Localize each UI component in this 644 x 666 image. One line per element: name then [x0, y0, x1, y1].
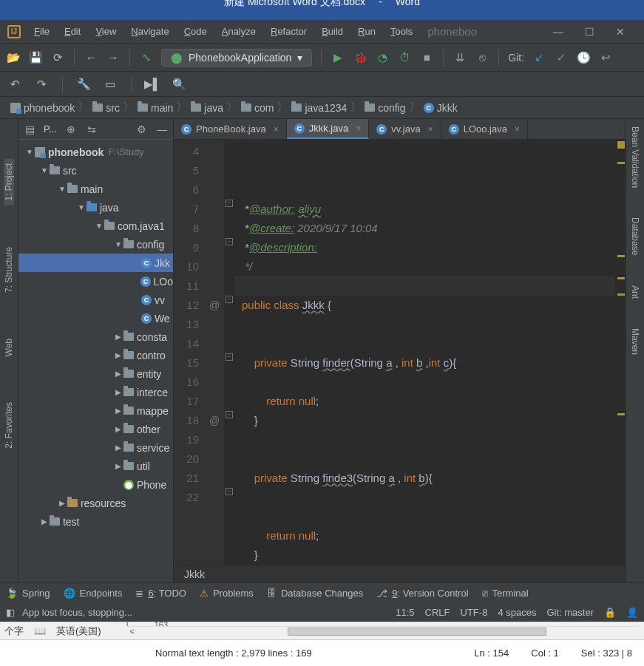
tree-Jkk[interactable]: C Jkk — [18, 254, 173, 272]
open-icon[interactable]: 📂 — [6, 50, 21, 65]
toolwin-spring[interactable]: 🍃Spring — [6, 588, 50, 599]
tool-favorites[interactable]: 2: Favorites — [4, 398, 14, 453]
tab-Jkkk.java[interactable]: CJkkk.java× — [287, 119, 369, 139]
crumb-config[interactable]: config — [360, 102, 410, 114]
word-wordcount[interactable]: 个字 — [4, 625, 24, 638]
crumb-java1234[interactable]: java1234 — [287, 102, 351, 114]
tree-root[interactable]: ▼ phonebookF:\Study — [18, 143, 173, 161]
hide-panel-icon[interactable]: — — [155, 123, 169, 135]
update-app-icon[interactable]: ⇊ — [453, 50, 467, 65]
tool-ant[interactable]: Ant — [630, 281, 640, 303]
close-button[interactable]: ✕ — [611, 26, 629, 38]
tab-vv.java[interactable]: Cvv.java× — [369, 119, 441, 139]
settings-gear-icon[interactable]: ⚙ — [135, 123, 148, 135]
close-tab-icon[interactable]: × — [356, 123, 361, 134]
indent[interactable]: 4 spaces — [498, 607, 536, 618]
git-history-icon[interactable]: 🕓 — [576, 50, 591, 65]
select-target-icon[interactable]: ⊕ — [64, 123, 78, 135]
menu-run[interactable]: Run — [350, 23, 383, 40]
wrench-icon[interactable]: 🔧 — [76, 77, 91, 92]
close-tab-icon[interactable]: × — [515, 124, 520, 135]
tool-database[interactable]: Database — [630, 213, 640, 259]
crumb-java[interactable]: java — [186, 102, 228, 114]
tree-mappe[interactable]: ▶ mappe — [18, 401, 173, 420]
tree-main[interactable]: ▼ main — [18, 180, 173, 198]
tool-maven[interactable]: Maven — [630, 324, 640, 359]
git-commit-icon[interactable]: ✓ — [554, 50, 569, 65]
tree-config[interactable]: ▼ config — [18, 235, 173, 254]
git-update-icon[interactable]: ↙ — [532, 50, 546, 65]
fold-gutter[interactable]: −−−−−− — [224, 140, 234, 565]
project-dropdown-icon[interactable]: ▤ — [23, 123, 36, 135]
redo-icon[interactable]: ↷ — [34, 77, 49, 92]
undo-icon[interactable]: ↶ — [7, 77, 22, 92]
menu-analyze[interactable]: Analyze — [214, 23, 263, 40]
tree-util[interactable]: ▶ util — [18, 457, 173, 475]
avd-icon[interactable]: ▭ — [103, 77, 118, 92]
word-language[interactable]: 英语(美国) — [56, 625, 101, 638]
menu-tools[interactable]: Tools — [383, 23, 420, 40]
tree-test[interactable]: ▶ test — [18, 512, 173, 531]
back-icon[interactable]: ← — [84, 50, 98, 65]
tree-other[interactable]: ▶ other — [18, 420, 173, 438]
crumb-src[interactable]: src — [88, 102, 124, 114]
crumb-main[interactable]: main — [133, 102, 177, 114]
forward-icon[interactable]: → — [106, 50, 121, 65]
crumb-Jkkk[interactable]: CJkkk — [419, 102, 462, 114]
word-spellcheck-icon[interactable]: 📖 — [34, 625, 46, 636]
stop-icon[interactable]: ■ — [419, 50, 434, 65]
hscroll-left[interactable]: < — [126, 627, 138, 636]
menu-view[interactable]: View — [88, 23, 123, 40]
tree-consta[interactable]: ▶ consta — [18, 327, 173, 346]
save-icon[interactable]: 💾 — [28, 50, 43, 65]
menu-file[interactable]: File — [27, 23, 57, 40]
toolwin-todo[interactable]: ≣6: TODO — [135, 588, 186, 599]
hscroll-thumb[interactable] — [288, 628, 546, 636]
git-branch[interactable]: Git: master — [546, 607, 594, 618]
refresh-icon[interactable]: ⟳ — [50, 50, 65, 65]
tree-entity[interactable]: ▶ entity — [18, 364, 173, 383]
tool-project[interactable]: 1: Project — [4, 159, 14, 205]
close-tab-icon[interactable]: × — [428, 124, 433, 135]
git-rollback-icon[interactable]: ↩ — [598, 50, 613, 65]
tab-LOoo.java[interactable]: CLOoo.java× — [441, 119, 528, 139]
toolwin-problems[interactable]: ⚠Problems — [200, 588, 254, 599]
code-editor[interactable]: 45678910111213141516171819202122 @ @ −−−… — [174, 140, 626, 565]
menu-edit[interactable]: Edit — [57, 23, 88, 40]
expand-all-icon[interactable]: ⇆ — [85, 123, 98, 135]
menu-build[interactable]: Build — [314, 23, 350, 40]
tree-vv[interactable]: C vv — [18, 290, 173, 309]
tree-service[interactable]: ▶ service — [18, 438, 173, 457]
attach-icon[interactable]: ⎋ — [475, 50, 489, 65]
toolwin-databasechanges[interactable]: 🗄Database Changes — [267, 588, 363, 599]
search-icon[interactable]: 🔍 — [172, 77, 186, 92]
coverage-icon[interactable]: ◔ — [375, 50, 390, 65]
tree-interce[interactable]: ▶ interce — [18, 383, 173, 401]
crumb-phonebook[interactable]: phonebook — [6, 102, 79, 114]
run-icon[interactable]: ▶ — [331, 50, 345, 65]
maximize-button[interactable]: ☐ — [580, 26, 598, 38]
tree-We[interactable]: C We — [18, 309, 173, 327]
close-tab-icon[interactable]: × — [274, 124, 279, 135]
tab-PhoneBook.java[interactable]: CPhoneBook.java× — [174, 119, 287, 139]
caret-pos[interactable]: 11:5 — [396, 607, 414, 618]
toolwin-endpoints[interactable]: 🌐Endpoints — [64, 588, 123, 599]
tool-web[interactable]: Web — [4, 334, 14, 361]
presentation-icon[interactable]: ▶▌ — [145, 77, 160, 92]
tree-Phone[interactable]: ⬤ Phone — [18, 475, 173, 494]
line-sep[interactable]: CRLF — [425, 607, 450, 618]
build-hammer-icon[interactable]: ⤡ — [139, 50, 154, 65]
toolwin-terminal[interactable]: ⎚Terminal — [482, 588, 529, 599]
debug-icon[interactable]: 🐞 — [353, 50, 367, 65]
menu-navigate[interactable]: Navigate — [123, 23, 176, 40]
run-config-combo[interactable]: ⬤ PhonebookApplication ▾ — [161, 49, 312, 67]
tree-resources[interactable]: ▶ resources — [18, 494, 173, 512]
project-tree[interactable]: ▼ phonebookF:\Study▼ src▼ main▼ java▼ co… — [18, 140, 173, 582]
tree-com.java1[interactable]: ▼ com.java1 — [18, 217, 173, 235]
status-window-icon[interactable]: ◧ — [6, 607, 15, 618]
lock-icon[interactable]: 🔒 — [604, 607, 616, 618]
encoding[interactable]: UTF-8 — [461, 607, 488, 618]
editor-breadcrumb[interactable]: Jkkk — [174, 565, 626, 582]
code-content[interactable]: *@author: aliyu *@create: 2020/9/17 10:0… — [234, 140, 626, 565]
menu-code[interactable]: Code — [177, 23, 214, 40]
